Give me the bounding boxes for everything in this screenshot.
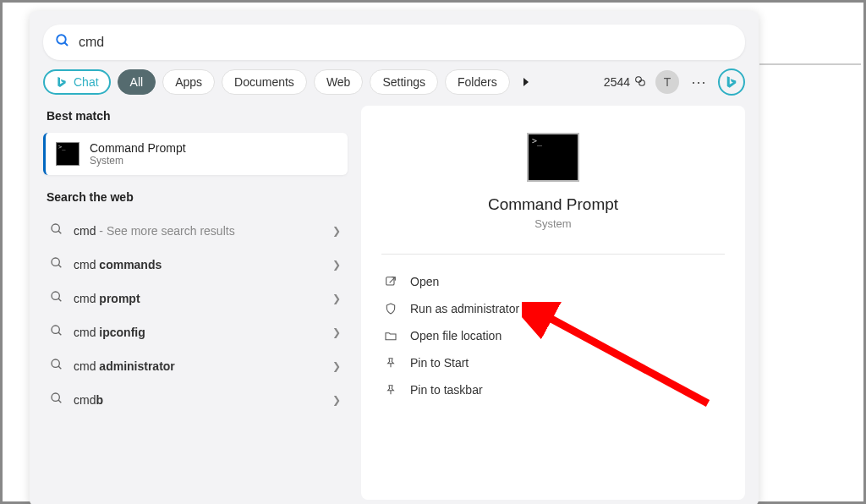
web-search-item[interactable]: cmd prompt ❯ <box>43 282 348 315</box>
chevron-right-icon: ❯ <box>332 259 341 271</box>
search-icon <box>50 290 63 307</box>
search-bar[interactable] <box>43 25 745 60</box>
filter-documents-label: Documents <box>234 75 294 89</box>
filter-folders[interactable]: Folders <box>445 69 510 95</box>
web-search-item[interactable]: cmd - See more search results ❯ <box>43 214 348 248</box>
chevron-right-icon: ❯ <box>332 360 341 372</box>
svg-line-13 <box>58 366 61 369</box>
svg-point-0 <box>57 35 66 44</box>
filter-settings-label: Settings <box>382 75 425 89</box>
svg-line-5 <box>58 231 61 233</box>
svg-point-6 <box>52 258 59 266</box>
svg-line-15 <box>58 400 61 403</box>
best-match-label: Best match <box>47 109 348 123</box>
filter-more-icon[interactable] <box>517 73 535 91</box>
shield-icon <box>383 302 398 315</box>
search-icon <box>50 222 63 239</box>
svg-point-10 <box>52 326 59 333</box>
filter-settings[interactable]: Settings <box>370 69 438 95</box>
action-run-admin-label: Run as administrator <box>410 302 519 315</box>
action-pin-start-label: Pin to Start <box>410 356 469 370</box>
svg-point-2 <box>636 76 642 82</box>
results-pane: Best match Command Prompt System Search … <box>43 106 348 500</box>
svg-line-1 <box>64 42 68 46</box>
svg-point-4 <box>52 224 59 232</box>
chevron-right-icon: ❯ <box>332 326 341 338</box>
filter-chat-label: Chat <box>74 75 99 89</box>
cmd-prompt-icon-large <box>527 133 579 182</box>
search-window: Chat All Apps Documents Web Settings Fol… <box>30 11 759 504</box>
rewards-points[interactable]: 2544 <box>604 74 647 90</box>
points-value: 2544 <box>604 75 630 89</box>
action-file-location[interactable]: Open file location <box>378 322 728 349</box>
filter-web-label: Web <box>326 75 351 89</box>
filter-apps-label: Apps <box>175 75 202 89</box>
user-avatar[interactable]: T <box>655 70 679 94</box>
action-file-location-label: Open file location <box>410 329 502 342</box>
web-search-item[interactable]: cmd ipconfig ❯ <box>43 315 348 349</box>
avatar-letter: T <box>664 75 671 89</box>
folder-icon <box>383 329 398 342</box>
action-run-admin[interactable]: Run as administrator <box>378 295 728 322</box>
search-input[interactable] <box>79 35 733 50</box>
best-match-item[interactable]: Command Prompt System <box>43 133 348 175</box>
svg-line-7 <box>58 265 61 267</box>
filter-all[interactable]: All <box>118 69 156 95</box>
web-item-text: cmd - See more search results <box>74 224 322 238</box>
divider <box>381 254 725 255</box>
svg-point-14 <box>52 393 59 401</box>
action-pin-taskbar[interactable]: Pin to taskbar <box>378 376 728 403</box>
filter-row: Chat All Apps Documents Web Settings Fol… <box>30 68 759 106</box>
trophy-icon <box>633 74 647 90</box>
action-pin-taskbar-label: Pin to taskbar <box>410 383 483 397</box>
filter-all-label: All <box>130 75 144 89</box>
pin-icon <box>383 383 398 397</box>
bing-chat-button[interactable] <box>718 68 745 96</box>
svg-point-8 <box>52 292 59 299</box>
best-match-title: Command Prompt <box>90 141 186 155</box>
open-icon <box>383 275 398 288</box>
web-item-text: cmd prompt <box>74 292 322 305</box>
filter-apps[interactable]: Apps <box>162 69 215 95</box>
detail-title: Command Prompt <box>378 195 728 214</box>
chevron-right-icon: ❯ <box>332 225 341 237</box>
svg-point-12 <box>52 359 59 367</box>
filter-folders-label: Folders <box>458 75 497 89</box>
search-web-label: Search the web <box>47 190 348 204</box>
search-icon <box>50 358 63 375</box>
filter-chat[interactable]: Chat <box>43 69 111 95</box>
search-icon <box>50 256 63 273</box>
chevron-right-icon: ❯ <box>332 394 341 406</box>
svg-line-9 <box>58 299 61 301</box>
more-menu-icon[interactable]: ⋯ <box>688 73 710 91</box>
detail-pane: Command Prompt System Open Run as admini… <box>361 106 745 500</box>
filter-documents[interactable]: Documents <box>222 69 307 95</box>
detail-subtitle: System <box>378 217 728 230</box>
search-icon <box>50 324 63 341</box>
search-icon <box>55 33 70 52</box>
web-item-text: cmd commands <box>74 258 322 271</box>
pin-icon <box>383 356 398 370</box>
web-search-item[interactable]: cmd commands ❯ <box>43 248 348 282</box>
svg-point-3 <box>639 79 645 85</box>
cmd-prompt-icon <box>56 142 79 166</box>
action-open-label: Open <box>410 275 439 288</box>
action-open[interactable]: Open <box>378 268 728 295</box>
chevron-right-icon: ❯ <box>332 293 341 304</box>
filter-web[interactable]: Web <box>314 69 364 95</box>
web-search-item[interactable]: cmdb ❯ <box>43 383 348 417</box>
web-item-text: cmd ipconfig <box>74 326 322 339</box>
action-pin-start[interactable]: Pin to Start <box>378 349 728 376</box>
web-item-text: cmd administrator <box>74 359 322 373</box>
best-match-subtitle: System <box>90 155 186 167</box>
svg-line-11 <box>58 332 61 335</box>
svg-rect-16 <box>386 277 394 285</box>
web-item-text: cmdb <box>74 393 322 407</box>
web-search-item[interactable]: cmd administrator ❯ <box>43 349 348 383</box>
search-icon <box>50 392 63 408</box>
bing-icon <box>55 75 69 89</box>
